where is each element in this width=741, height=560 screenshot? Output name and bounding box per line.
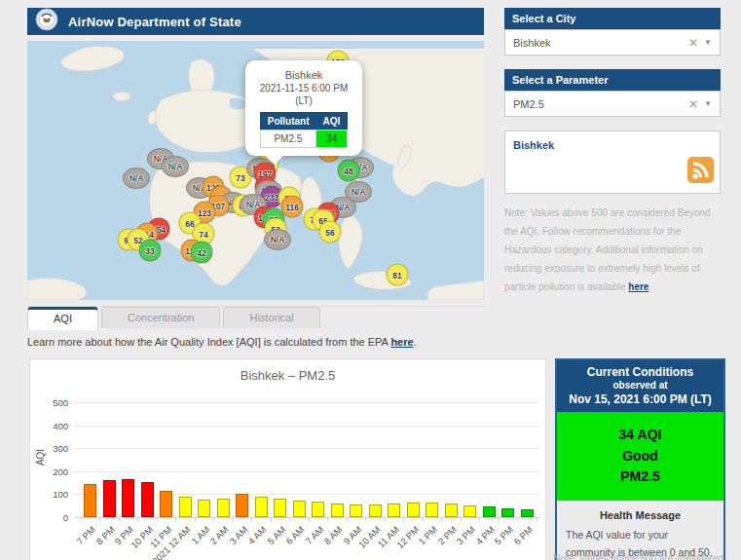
airnow-dos-page: AirNow Department of State xyxy=(0,0,741,560)
chart-x-tick xyxy=(175,517,176,521)
epa-here-link[interactable]: here xyxy=(390,336,413,348)
chart-bar[interactable] xyxy=(103,480,116,517)
chart-bar[interactable] xyxy=(217,499,230,517)
chart-x-tick xyxy=(271,517,272,521)
chart-x-tick-label: 4 PM xyxy=(473,524,496,546)
city-caret-down-icon[interactable]: ▼ xyxy=(704,38,712,47)
chart-y-tick-label: 500 xyxy=(37,397,68,408)
chart-x-tick xyxy=(99,517,100,521)
map-marker[interactable]: 56 xyxy=(319,221,342,243)
tab-concentration[interactable]: Concentration xyxy=(101,307,221,328)
chart-x-tick-label: 6 PM xyxy=(511,524,534,546)
chart-bar[interactable] xyxy=(388,504,400,517)
sidebar-note-prefix: Note: Values above 500 are considered Be… xyxy=(504,207,711,292)
chart-bar[interactable] xyxy=(179,497,192,517)
chart-x-tick xyxy=(327,517,328,521)
chart-bar[interactable] xyxy=(445,504,458,517)
tab-aqi[interactable]: AQI xyxy=(27,307,98,330)
chart-x-tick-label: 5 PM xyxy=(493,524,515,546)
chart-gridline xyxy=(74,402,539,403)
map-marker[interactable]: 116 xyxy=(281,196,304,218)
chart-x-tick xyxy=(441,517,442,521)
cc-title: Current Conditions xyxy=(559,365,722,379)
map-marker[interactable]: 33 xyxy=(139,240,162,262)
parameter-select[interactable]: PM2.5 ✕ ▼ xyxy=(504,91,721,117)
chart-bar[interactable] xyxy=(501,508,514,517)
map-marker[interactable]: N/A xyxy=(162,156,189,177)
chart-bar[interactable] xyxy=(122,479,134,517)
select-parameter-header: Select a Parameter xyxy=(504,69,721,91)
sidebar-note-suffix: . xyxy=(648,281,651,292)
chart-bar[interactable] xyxy=(274,499,286,517)
chart-x-tick-label: 8 AM xyxy=(322,524,345,546)
cc-aqi-block: 34 AQI Good PM2.5 xyxy=(557,412,723,501)
chart-x-tick xyxy=(461,517,462,521)
chart-bar[interactable] xyxy=(426,503,438,517)
chart-y-tick-label: 100 xyxy=(37,489,68,500)
chart-bar[interactable] xyxy=(198,500,210,517)
chart-bar[interactable] xyxy=(407,503,420,517)
chart-y-tick-label: 400 xyxy=(37,421,68,431)
chart-x-tick xyxy=(499,517,500,521)
cc-datetime: Nov 15, 2021 6:00 PM (LT) xyxy=(559,392,722,406)
chart-x-tick-label: 3 AM xyxy=(227,524,249,546)
parameter-clear-icon[interactable]: ✕ xyxy=(683,97,704,111)
rss-icon[interactable] xyxy=(687,157,714,187)
cc-health-message: Health Message The AQI value for your co… xyxy=(557,501,723,560)
chart-bar[interactable] xyxy=(312,502,324,517)
parameter-caret-down-icon[interactable]: ▼ xyxy=(704,99,712,108)
cc-note-cutoff: Note: Values above 500 are considered Be… xyxy=(553,553,728,560)
chart-x-tick xyxy=(423,517,424,521)
chart-x-tick xyxy=(195,517,196,521)
chart-bar[interactable] xyxy=(255,497,268,517)
map-marker[interactable]: 81 xyxy=(387,264,409,286)
tab-historical[interactable]: Historical xyxy=(223,307,319,328)
learn-more-suffix: . xyxy=(414,336,417,348)
popup-pollutant-value: PM2.5 xyxy=(260,131,315,148)
cc-subtitle: observed at xyxy=(559,380,722,391)
chart-bar[interactable] xyxy=(331,504,344,517)
chart-x-tick-label: 3 PM xyxy=(455,524,477,546)
app-header: AirNow Department of State xyxy=(27,8,484,35)
chart-x-tick xyxy=(289,517,290,521)
map-marker[interactable]: N/A xyxy=(264,229,291,250)
chart-x-tick-label: 2 PM xyxy=(435,524,458,546)
chart-x-tick-label: 6 AM xyxy=(284,524,307,546)
city-select[interactable]: Bishkek ✕ ▼ xyxy=(504,29,721,56)
chart-bar[interactable] xyxy=(141,482,154,517)
city-clear-icon[interactable]: ✕ xyxy=(683,36,704,50)
chart-x-tick xyxy=(233,517,234,521)
map-marker[interactable]: 48 xyxy=(338,160,360,182)
cc-category: Good xyxy=(557,446,723,467)
popup-datetime: 2021-11-15 6:00 PM xyxy=(260,83,348,93)
current-conditions-header: Current Conditions observed at Nov 15, 2… xyxy=(557,360,723,412)
chart-bar[interactable] xyxy=(483,506,496,517)
select-city-header: Select a City xyxy=(504,8,721,29)
learn-more-text: Learn more about how the Air Quality Ind… xyxy=(27,336,417,348)
chart-x-tick xyxy=(479,517,480,521)
chart-bar[interactable] xyxy=(463,505,476,517)
chart-bar[interactable] xyxy=(369,504,382,517)
chart-x-tick xyxy=(81,517,82,521)
chart-x-tick-label: 1 PM xyxy=(417,524,439,546)
chart-x-tick-label: 4 AM xyxy=(246,524,269,546)
chart-y-tick-label: 200 xyxy=(37,467,68,477)
tab-bar: AQIConcentrationHistorical xyxy=(27,307,320,330)
chart-x-tick-label: 1 AM xyxy=(189,524,211,546)
chart-bar[interactable] xyxy=(236,494,248,517)
world-map[interactable]: N/AN/AN/AN/A12673117N/A61107123667415411… xyxy=(27,41,484,300)
chart-bar[interactable] xyxy=(84,484,96,517)
sidebar-note-here-link[interactable]: here xyxy=(628,281,648,292)
chart-bar[interactable] xyxy=(160,491,172,517)
chart-x-tick xyxy=(517,517,518,521)
map-popup: Bishkek 2021-11-15 6:00 PM (LT) Pollutan… xyxy=(245,60,362,156)
popup-table: Pollutant AQI PM2.5 34 xyxy=(260,112,349,148)
map-marker[interactable]: N/A xyxy=(123,168,150,189)
chart-bar[interactable] xyxy=(293,501,306,517)
chart-bar[interactable] xyxy=(521,509,534,517)
aqi-chart: Bishkek – PM2.5 AQI 01002003004005007 PM… xyxy=(29,358,546,560)
map-marker[interactable]: 42 xyxy=(191,242,213,264)
chart-x-tick xyxy=(213,517,214,521)
chart-bar[interactable] xyxy=(350,504,362,517)
chart-x-tick xyxy=(347,517,348,521)
